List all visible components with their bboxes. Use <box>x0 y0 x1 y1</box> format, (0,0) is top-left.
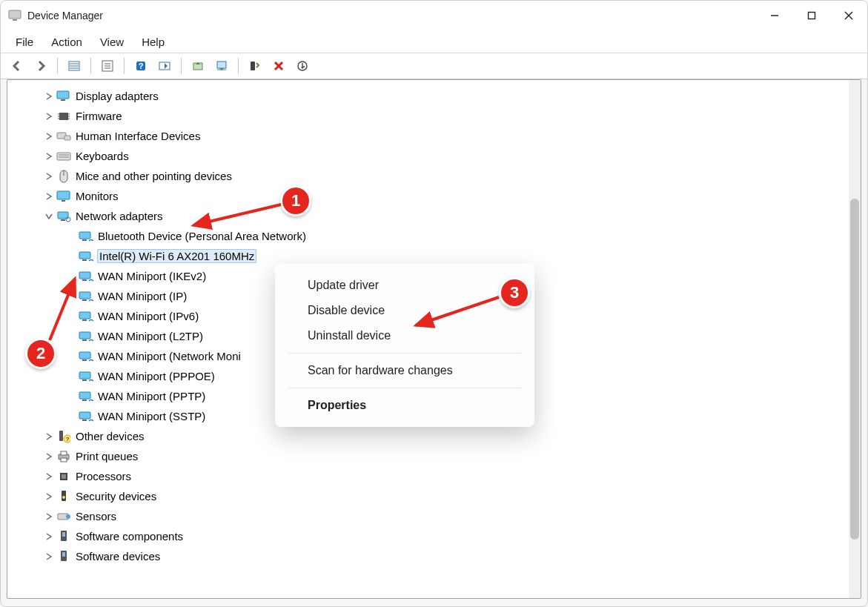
tree-category[interactable]: Print queues <box>7 446 849 466</box>
device-manager-window: Device Manager File Action View Help ? D <box>0 0 868 607</box>
remove-device-button[interactable] <box>292 56 313 76</box>
device-icon <box>79 270 93 283</box>
svg-text:?: ? <box>66 436 70 442</box>
svg-rect-37 <box>57 153 70 160</box>
category-icon <box>56 150 71 163</box>
svg-rect-59 <box>79 352 90 359</box>
toolbar-separator <box>57 58 58 74</box>
chevron-right-icon[interactable] <box>44 92 53 101</box>
category-icon <box>56 190 71 203</box>
category-icon: ? <box>56 430 71 443</box>
context-menu-item[interactable]: Properties <box>275 393 534 418</box>
svg-rect-43 <box>62 200 65 202</box>
show-hidden-button[interactable] <box>64 56 85 76</box>
tree-category[interactable]: Processors <box>7 466 849 486</box>
menu-view[interactable]: View <box>91 30 133 53</box>
svg-rect-55 <box>79 312 90 319</box>
category-label: Processors <box>75 469 132 483</box>
svg-rect-60 <box>82 359 87 361</box>
svg-rect-36 <box>64 136 70 140</box>
close-button[interactable] <box>830 1 867 30</box>
device-icon <box>79 390 93 403</box>
category-label: Mice and other pointing devices <box>75 169 233 183</box>
svg-rect-27 <box>61 99 65 101</box>
category-icon <box>56 90 71 103</box>
tree-category[interactable]: ?Other devices <box>7 426 849 446</box>
tree-device[interactable]: Bluetooth Device (Personal Area Network) <box>7 226 849 246</box>
category-label: Software devices <box>75 549 161 563</box>
chevron-right-icon[interactable] <box>44 492 53 501</box>
device-icon <box>79 310 93 323</box>
device-label: WAN Miniport (PPPOE) <box>97 369 216 383</box>
tree-device[interactable]: Intel(R) Wi-Fi 6 AX201 160MHz <box>7 246 849 266</box>
update-driver-button[interactable] <box>188 56 208 76</box>
category-icon <box>56 550 71 563</box>
menu-help[interactable]: Help <box>133 30 173 53</box>
svg-rect-61 <box>79 372 90 379</box>
annotation-badge-2: 2 <box>25 338 56 369</box>
chevron-right-icon[interactable] <box>44 132 53 141</box>
context-menu-item[interactable]: Disable device <box>275 298 534 323</box>
menu-file[interactable]: File <box>7 30 42 53</box>
tree-category[interactable]: Display adapters <box>7 86 849 106</box>
scan-hardware-button[interactable] <box>154 56 175 76</box>
context-menu-item[interactable]: Uninstall device <box>275 323 534 348</box>
svg-rect-0 <box>9 10 21 19</box>
maximize-button[interactable] <box>793 1 830 30</box>
chevron-right-icon[interactable] <box>44 512 53 521</box>
device-label: Intel(R) Wi-Fi 6 AX201 160MHz <box>97 249 256 263</box>
tree-category[interactable]: Monitors <box>7 186 849 206</box>
annotation-badge-3: 3 <box>499 277 530 308</box>
category-label: Other devices <box>75 429 145 443</box>
tree-category[interactable]: Firmware <box>7 106 849 126</box>
chevron-right-icon[interactable] <box>44 452 53 461</box>
enable-device-button[interactable] <box>245 56 265 76</box>
svg-marker-25 <box>301 67 304 70</box>
properties-button[interactable] <box>97 56 118 76</box>
back-button[interactable] <box>7 56 27 76</box>
tree-category[interactable]: Security devices <box>7 486 849 506</box>
tree-category[interactable]: Network adapters <box>7 206 849 226</box>
device-label: WAN Miniport (SSTP) <box>97 409 206 423</box>
uninstall-device-button[interactable] <box>211 56 232 76</box>
svg-rect-45 <box>61 219 65 221</box>
help-button[interactable]: ? <box>130 56 151 76</box>
tree-category[interactable]: Software devices <box>7 546 849 566</box>
category-label: Software components <box>75 529 184 543</box>
chevron-down-icon[interactable] <box>44 212 53 221</box>
chevron-right-icon[interactable] <box>44 432 53 441</box>
tree-category[interactable]: Mice and other pointing devices <box>7 166 849 186</box>
chevron-right-icon[interactable] <box>44 152 53 161</box>
svg-rect-49 <box>79 252 90 259</box>
context-menu-item[interactable]: Update driver <box>275 273 534 298</box>
forward-button[interactable] <box>30 56 51 76</box>
device-icon <box>79 250 93 263</box>
window-controls <box>756 1 867 30</box>
svg-rect-3 <box>809 13 815 19</box>
chevron-right-icon[interactable] <box>44 472 53 481</box>
chevron-right-icon[interactable] <box>44 532 53 541</box>
vertical-scrollbar[interactable] <box>849 80 861 598</box>
chevron-right-icon[interactable] <box>44 112 53 121</box>
chevron-right-icon[interactable] <box>44 552 53 561</box>
svg-rect-82 <box>62 552 65 557</box>
scroll-thumb[interactable] <box>850 199 859 540</box>
context-menu-item[interactable]: Scan for hardware changes <box>275 358 534 383</box>
disable-device-button[interactable] <box>268 56 289 76</box>
chevron-right-icon[interactable] <box>44 192 53 201</box>
tree-category[interactable]: Human Interface Devices <box>7 126 849 146</box>
category-label: Firmware <box>75 109 123 123</box>
category-icon <box>56 470 71 483</box>
svg-point-76 <box>62 496 65 499</box>
device-label: WAN Miniport (Network Moni <box>97 349 242 363</box>
svg-rect-26 <box>57 91 69 99</box>
tree-category[interactable]: Sensors <box>7 506 849 526</box>
chevron-right-icon[interactable] <box>44 172 53 181</box>
svg-rect-67 <box>59 431 63 441</box>
tree-category[interactable]: Software components <box>7 526 849 546</box>
device-label: WAN Miniport (IP) <box>97 289 188 303</box>
tree-category[interactable]: Keyboards <box>7 146 849 166</box>
minimize-button[interactable] <box>756 1 793 30</box>
svg-rect-53 <box>79 292 90 299</box>
menu-action[interactable]: Action <box>42 30 91 53</box>
